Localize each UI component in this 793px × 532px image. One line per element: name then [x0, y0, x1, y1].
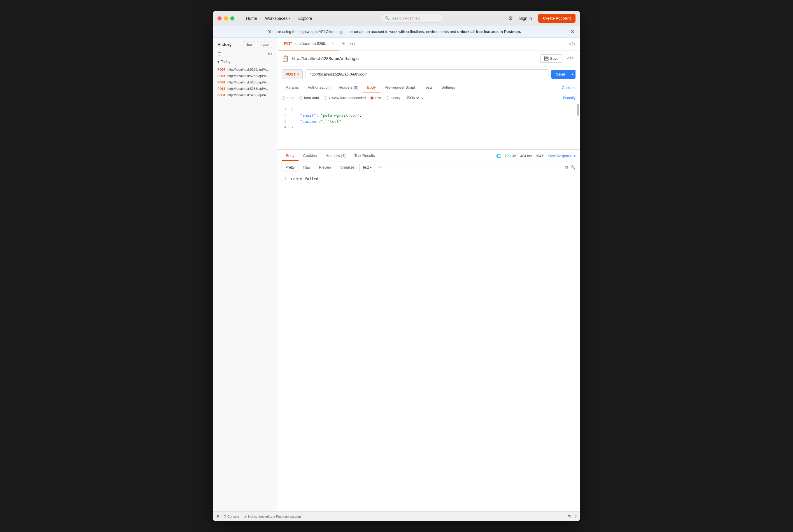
format-select[interactable]: JSON — [405, 96, 420, 100]
response-text-format-select[interactable]: Text ▾ — [359, 164, 375, 171]
new-button[interactable]: New — [243, 41, 255, 48]
help-button[interactable]: ? — [574, 514, 577, 519]
list-item[interactable]: POST http://localhost:5288/api/Auth/regi… — [213, 92, 277, 98]
item-url: http://localhost:5288/api/Auth/login — [227, 68, 271, 71]
sidebar-toggle-icon: ⊞ — [216, 514, 219, 518]
tab-more-button[interactable]: ••• — [348, 38, 357, 51]
tab-pre-request[interactable]: Pre-request Script — [381, 83, 419, 93]
resp-tab-body[interactable]: Body — [282, 151, 298, 161]
item-url: http://localhost:5288/api/Auth/register — [227, 80, 271, 84]
send-group: Send ▾ — [551, 70, 576, 79]
nav-explore[interactable]: Explore — [295, 14, 315, 22]
sidebar-title: History — [217, 42, 231, 47]
code-line: 2 "email": "peter@gmail.com", — [282, 113, 576, 119]
list-item[interactable]: POST http://localhost:5288/api/Auth/logi… — [213, 66, 277, 73]
resp-tab-cookies[interactable]: Cookies — [299, 151, 321, 161]
response-line: 1 Login failed — [282, 177, 576, 181]
method-badge: POST — [217, 81, 226, 84]
url-bar: POST ▾ Send ▾ — [277, 66, 580, 82]
maximize-button[interactable] — [230, 16, 234, 20]
today-section[interactable]: ▾ Today — [213, 59, 277, 65]
search-placeholder: Search Postman — [392, 16, 420, 20]
response-format-bar: Pretty Raw Preview Visualize Text ▾ ⇋ ⧉ … — [277, 162, 580, 173]
option-none[interactable]: none — [282, 96, 294, 100]
resp-tab-headers[interactable]: Headers (4) — [322, 151, 350, 161]
item-url: http://localhost:5288/api/Auth/register — [227, 93, 271, 97]
tab-url: http://localhost:5288/ap — [294, 42, 329, 46]
tab-headers[interactable]: Headers (8) — [334, 83, 363, 93]
new-tab-button[interactable]: + — [339, 38, 348, 51]
response-section: Body Cookies Headers (4) Test Results 🌐 … — [277, 150, 580, 185]
method-badge: POST — [217, 94, 226, 97]
option-raw[interactable]: raw — [370, 96, 381, 100]
send-button[interactable]: Send — [551, 70, 570, 79]
option-binary[interactable]: binary — [386, 96, 400, 100]
url-input[interactable] — [306, 70, 548, 79]
tab-authorization[interactable]: Authorization — [304, 83, 334, 93]
tab-params[interactable]: Params — [282, 83, 303, 93]
status-code: 200 OK — [505, 154, 517, 158]
right-actions: ⚙ Sign In Create Account — [508, 14, 576, 23]
resp-tab-test-results[interactable]: Test Results — [350, 151, 379, 161]
search-input-wrapper[interactable]: 🔍 Search Postman — [380, 14, 444, 22]
nav-workspaces[interactable]: Workspaces ▾ — [262, 14, 294, 22]
banner-text: You are using the Lightweight API Client… — [219, 30, 570, 34]
code-button[interactable]: </> — [565, 54, 576, 63]
more-options-icon[interactable]: ••• — [268, 52, 272, 56]
tab-settings[interactable]: Settings — [437, 83, 459, 93]
minimize-button[interactable] — [224, 16, 228, 20]
item-url: http://localhost:5288/api/Auth/register — [227, 87, 271, 90]
method-select[interactable]: POST ▾ — [282, 70, 303, 79]
request-icon: 📋 — [282, 55, 289, 62]
save-response-button[interactable]: Save Response ▾ — [548, 154, 576, 158]
cookies-button[interactable]: Cookies — [562, 86, 576, 90]
code-line: 3 "password": "test" — [282, 119, 576, 125]
response-size: 154 B — [535, 154, 544, 158]
nav-home[interactable]: Home — [243, 14, 260, 22]
beautify-button[interactable]: Beautify — [563, 96, 576, 100]
send-dropdown-button[interactable]: ▾ — [570, 70, 576, 79]
list-item[interactable]: POST http://localhost:5288/api/Auth/regi… — [213, 79, 277, 86]
request-body-editor[interactable]: 1 { 2 "email": "peter@gmail.com", 3 "pas… — [277, 103, 580, 150]
tab-body[interactable]: Body — [363, 83, 380, 93]
code-line: 1 { — [282, 107, 576, 113]
format-preview-button[interactable]: Preview — [315, 164, 335, 171]
traffic-lights — [217, 16, 234, 20]
cloud-icon: ☁ — [244, 514, 247, 518]
format-visualize-button[interactable]: Visualize — [336, 164, 358, 171]
tab-method-badge: POST — [284, 42, 292, 45]
tab-close-icon[interactable]: ✕ — [331, 42, 334, 45]
request-tab[interactable]: POST http://localhost:5288/ap ✕ — [279, 38, 339, 51]
gear-icon[interactable]: ⚙ — [508, 15, 513, 22]
list-item[interactable]: POST http://localhost:5288/api/Auth/logi… — [213, 73, 277, 79]
sign-in-button[interactable]: Sign In — [516, 14, 536, 22]
option-urlencoded[interactable]: x-www-form-urlencoded — [324, 96, 366, 100]
editor-wrap: 1 { 2 "email": "peter@gmail.com", 3 "pas… — [277, 103, 580, 150]
response-tabs-bar: Body Cookies Headers (4) Test Results 🌐 … — [277, 150, 580, 162]
sidebar-header: History New Import — [213, 38, 277, 51]
import-button[interactable]: Import — [257, 41, 272, 48]
code-view-button[interactable]: </> — [569, 41, 578, 47]
scrollbar-thumb[interactable] — [577, 104, 579, 116]
search-response-button[interactable]: 🔍 — [570, 165, 576, 170]
option-form-data[interactable]: form-data — [299, 96, 319, 100]
tab-tests[interactable]: Tests — [420, 83, 437, 93]
wrap-lines-icon[interactable]: ⇋ — [376, 164, 384, 171]
layout-icon[interactable]: ⊞ — [216, 514, 219, 518]
section-label: Today — [221, 60, 230, 64]
list-item[interactable]: POST http://localhost:5288/api/Auth/regi… — [213, 86, 277, 92]
copy-response-button[interactable]: ⧉ — [565, 165, 568, 170]
save-button[interactable]: 💾 Save — [540, 54, 562, 63]
format-raw-button[interactable]: Raw — [299, 164, 314, 171]
json-select-wrapper[interactable]: JSON ▾ — [405, 96, 423, 100]
filter-icon[interactable]: ☰ — [217, 52, 221, 56]
close-button[interactable] — [217, 16, 221, 20]
request-tabs: Params Authorization Headers (8) Body Pr… — [277, 82, 580, 93]
grid-view-button[interactable]: ⊞ — [567, 514, 571, 519]
create-account-button[interactable]: Create Account — [538, 14, 576, 23]
format-pretty-button[interactable]: Pretty — [282, 164, 298, 171]
banner-close-button[interactable]: ✕ — [570, 29, 574, 34]
sidebar: History New Import ☰ ••• ▾ Today POST ht… — [213, 38, 277, 511]
nav-links: Home Workspaces ▾ Explore — [243, 14, 316, 22]
console-item[interactable]: ⊡ Console — [224, 514, 239, 518]
